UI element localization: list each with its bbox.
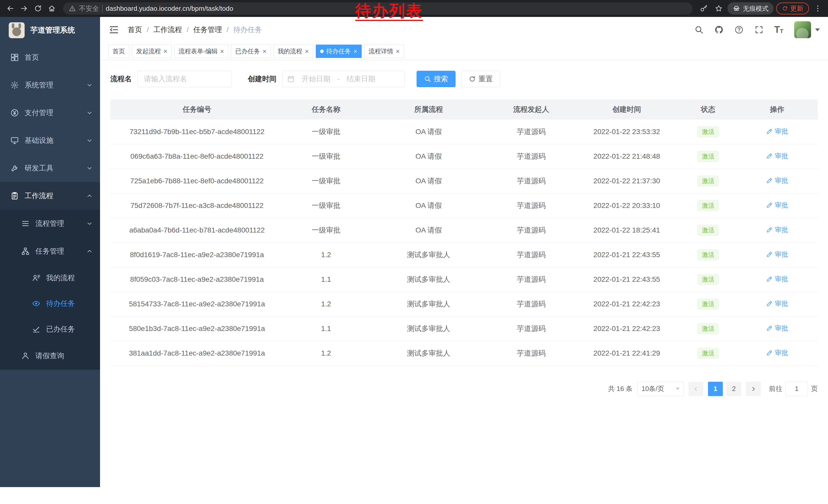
sidebar-item-todo-tasks[interactable]: 待办任务 (0, 291, 100, 316)
column-header-initiator: 流程发起人 (489, 99, 574, 120)
password-key-button[interactable] (698, 2, 710, 15)
sidebar-item-leave-query[interactable]: 请假查询 (0, 342, 100, 370)
approve-link[interactable]: 审批 (766, 250, 788, 259)
approve-link[interactable]: 审批 (766, 127, 788, 136)
tab-close-icon[interactable]: × (354, 48, 357, 55)
sidebar-item-task-management[interactable]: 任务管理 (0, 237, 100, 265)
cell-status: 激活 (680, 169, 736, 193)
create-time-label: 创建时间 (248, 74, 277, 84)
sidebar-item-done-tasks[interactable]: 已办任务 (0, 316, 100, 342)
list-icon (21, 219, 30, 228)
status-badge: 激活 (697, 200, 718, 211)
tab-item-0[interactable]: 首页 (108, 45, 129, 58)
app-logo-row[interactable]: 芋道管理系统 (0, 17, 100, 44)
chevron-down-icon (87, 138, 92, 143)
tab-label: 已办任务 (235, 47, 260, 55)
browser-home-button[interactable] (46, 2, 58, 15)
sidebar-item-system-management[interactable]: 系统管理 (0, 71, 100, 99)
github-button[interactable] (714, 25, 723, 34)
table-row: 58154733-7ac8-11ec-a9e2-a2380e71991a1.2测… (110, 292, 818, 316)
cell-created-time: 2022-01-21 22:42:23 (574, 292, 680, 316)
start-date-input[interactable] (297, 75, 335, 83)
breadcrumb-workflow[interactable]: 工作流程 (153, 25, 182, 35)
search-submit-button[interactable]: 搜索 (417, 71, 456, 87)
tab-item-5[interactable]: 待办任务× (316, 45, 362, 58)
tab-close-icon[interactable]: × (305, 48, 309, 55)
approve-link[interactable]: 审批 (766, 349, 788, 357)
tab-item-3[interactable]: 已办任务× (231, 45, 271, 58)
tab-close-icon[interactable]: × (262, 48, 266, 55)
end-date-input[interactable] (342, 75, 380, 83)
page-button-2[interactable]: 2 (727, 382, 741, 396)
tab-item-1[interactable]: 发起流程× (132, 45, 172, 58)
approve-link[interactable]: 审批 (766, 275, 788, 283)
tab-label: 我的流程 (278, 47, 302, 55)
next-page-button[interactable] (746, 382, 761, 396)
sidebar-item-my-process[interactable]: 我的流程 (0, 265, 100, 291)
browser-forward-button[interactable] (18, 2, 30, 15)
sidebar-item-process-management[interactable]: 流程管理 (0, 210, 100, 237)
main-area: 首页 / 工作流程 / 任务管理 / 待办任务 TT 首页发起流程×流程表 (100, 17, 828, 396)
status-badge: 激活 (697, 151, 718, 162)
omnibox-divider (102, 5, 102, 12)
prev-page-button[interactable] (689, 382, 703, 396)
tab-label: 首页 (113, 47, 125, 55)
cell-task-name: 1.2 (284, 341, 369, 366)
table-row: 8f0d1619-7ac8-11ec-a9e2-a2380e71991a1.2测… (110, 242, 818, 267)
breadcrumb-task-management[interactable]: 任务管理 (194, 25, 222, 35)
approve-link[interactable]: 审批 (766, 176, 788, 185)
cell-initiator: 芋道源码 (489, 193, 574, 218)
sidebar-item-dev-tools[interactable]: 研发工具 (0, 154, 100, 182)
cell-task-id: 8f0d1619-7ac8-11ec-a9e2-a2380e71991a (110, 242, 284, 267)
goto-page-input[interactable] (785, 382, 808, 396)
tab-item-2[interactable]: 流程表单-编辑× (174, 45, 228, 58)
sidebar-collapse-button[interactable] (108, 24, 120, 35)
cell-status: 激活 (680, 292, 736, 316)
table-row: 75d72608-7b7f-11ec-a3c8-acde48001122一级审批… (110, 193, 818, 218)
chevron-down-icon (87, 165, 92, 171)
edit-pen-icon (766, 301, 773, 307)
sidebar-item-home[interactable]: 首页 (0, 44, 100, 71)
tab-close-icon[interactable]: × (220, 48, 224, 55)
user-menu[interactable] (794, 21, 820, 38)
browser-refresh-button[interactable] (32, 2, 44, 15)
edit-pen-icon (766, 251, 773, 258)
font-size-button[interactable]: TT (774, 26, 783, 34)
cell-initiator: 芋道源码 (489, 120, 574, 144)
sidebar-item-label: 工作流程 (25, 191, 53, 201)
approve-link[interactable]: 审批 (766, 324, 788, 333)
sidebar-item-payment-management[interactable]: 支付管理 (0, 99, 100, 127)
sidebar-item-infrastructure[interactable]: 基础设施 (0, 127, 100, 154)
table-row: 725a1eb6-7b88-11ec-8ef0-acde48001122一级审批… (110, 169, 818, 193)
edit-pen-icon (766, 202, 773, 209)
fullscreen-button[interactable] (754, 25, 763, 34)
search-button[interactable] (694, 25, 704, 34)
bookmark-star-button[interactable] (713, 2, 725, 15)
page-size-select[interactable]: 10条/页 (637, 382, 684, 396)
date-range-picker[interactable]: - (282, 71, 405, 87)
red-annotation: 待办列表 (355, 2, 423, 21)
approve-link[interactable]: 审批 (766, 201, 788, 210)
process-name-input[interactable] (137, 71, 232, 87)
column-header-actions: 操作 (736, 99, 818, 120)
tab-close-icon[interactable]: × (396, 48, 400, 55)
tab-close-icon[interactable]: × (163, 48, 167, 55)
browser-back-button[interactable] (4, 2, 16, 15)
cell-actions: 审批 (736, 193, 818, 218)
help-button[interactable] (734, 25, 744, 34)
tab-item-6[interactable]: 流程详情× (364, 45, 404, 58)
approve-link[interactable]: 审批 (766, 225, 788, 234)
cell-status: 激活 (680, 316, 736, 341)
top-navbar: 首页 / 工作流程 / 任务管理 / 待办任务 TT (100, 17, 828, 43)
breadcrumb-home[interactable]: 首页 (128, 25, 142, 35)
page-button-1[interactable]: 1 (708, 382, 723, 396)
reset-button[interactable]: 重置 (461, 71, 500, 87)
cell-task-name: 一级审批 (284, 144, 369, 169)
browser-menu-button[interactable] (812, 2, 824, 15)
chrome-update-button[interactable]: 更新 (776, 3, 809, 14)
tab-item-4[interactable]: 我的流程× (274, 45, 313, 58)
gear-icon (10, 81, 19, 89)
approve-link[interactable]: 审批 (766, 151, 788, 161)
approve-link[interactable]: 审批 (766, 299, 788, 308)
sidebar-item-workflow[interactable]: 工作流程 (0, 182, 100, 210)
